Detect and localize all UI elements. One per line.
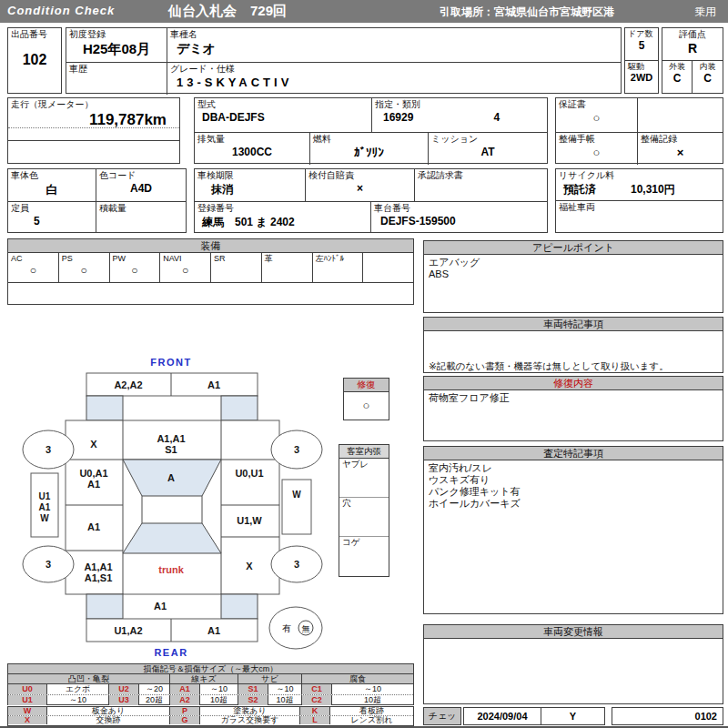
history-label: 車歴 [66,63,167,76]
documents-table: 保証書 ○ 整備手帳 ○ 整備記録 × [555,97,723,164]
insurance-cell: 検付自賠責 × [306,169,415,201]
spare-absent-label: 無 [302,624,310,633]
maintenance-book-cell: 整備手帳 ○ [556,133,638,165]
mission-label: ミッション [429,133,547,146]
cabin-item-label: コゲ [339,537,389,549]
repair-content-title: 修復内容 [424,377,723,390]
check-number: 0102 [612,708,723,724]
class-label: 指定・類別 [372,98,547,111]
cabin-interior-title: 客室内張 [339,445,389,459]
left-headlight [86,396,123,420]
equipment-item-pw: PW ○ [110,253,161,282]
maintenance-book-label: 整備手帳 [556,133,637,146]
legend-code: P [169,707,199,715]
recycle-fee: 10,310円 [631,182,675,197]
right-taillight [221,594,258,619]
grade-label: グレード・仕様 [167,63,621,76]
assessment-line: ウスキズ有り [429,474,718,486]
appeal-line: エアバッグ [429,257,718,268]
right-headlight [221,396,258,420]
auction-title: 仙台入札会 729回 [168,3,287,20]
front-right-tread: 3 [294,444,299,455]
front-bumper [86,373,258,396]
legend-group: 腐食 [301,674,413,683]
legend-code: U2 [108,684,138,694]
cabin-item-tear: ヤブレ [339,459,389,498]
equipment-label: PS [59,253,109,264]
mark-legend-table: W 板金あり P 塗装あり K 看板跡 X 交換跡 G ガラス交換要す L レン… [7,706,414,726]
rear-right-tread: 3 [294,559,299,570]
fuel-label: 燃料 [310,133,428,146]
score-box: 評価点 R 外装 C 内装 C [662,27,723,94]
chassis-number-cell: 車台番号 DEJFS-159500 [371,202,547,233]
capacity-value: 5 [8,215,96,228]
capacity-label: 定員 [8,202,96,215]
mileage-value: 119,787km [8,111,179,129]
equipment-item-ac: AC ○ [8,253,59,282]
legend-desc: レンズ割れ [329,716,413,724]
assessment-line: パンク修理キット有 [429,486,718,498]
legend-desc: ～10 [331,684,413,694]
rear-left-tread: 3 [46,559,51,570]
type-value: DBA-DEJFS [195,111,371,124]
load-label: 積載量 [96,202,186,215]
recycle-table: リサイクル料 預託済 10,310円 福祉車両 [555,168,723,233]
interior-score-label: 内装 [693,61,723,72]
type-cell: 型式 DBA-DEJFS [195,98,372,132]
color-code-cell: 色コード A4D [96,169,186,201]
condition-check-sheet: Condition Check 仙台入札会 729回 引取場所：宮城県仙台市宮城… [0,0,728,728]
model-name-label: 車種名 [167,28,621,41]
legend-desc: エクボ [46,684,108,694]
front-label: FRONT [150,357,191,368]
class-value-2: 4 [493,111,500,124]
mileage-box: 走行（現メーター） 119,787km [7,97,180,164]
legend-code: U0 [8,684,46,694]
legend-desc: ～20 [138,684,169,694]
capacity-cell: 定員 5 [8,202,96,233]
drive-label: 駆動 [625,61,658,72]
damage-legend-table: 損傷記号＆損傷サイズ（～最大cm） 凸凹・亀裂 線キズ サビ 腐食 U0 エクボ… [7,663,414,705]
welfare-label: 福祉車両 [556,201,723,214]
legend-code: A1 [169,684,199,694]
left-quarter-marks-2: A1,S1 [85,572,113,583]
body-color-label: 車体色 [8,169,96,182]
left-sill-marks-1: U1 [39,491,51,501]
equipment-label: NAVI [160,253,210,264]
displacement-cell: 排気量 1300CC [195,133,310,165]
body-color-value: 白 [8,182,96,198]
legend-desc: ～10 [199,684,238,694]
equipment-title: 装備 [8,239,413,253]
lot-number-value: 102 [8,52,61,68]
spare-present-label: 有 [282,623,291,633]
first-registration-cell: 初度登録 H25年08月 [66,28,167,62]
legend-group: 線キズ [169,674,238,683]
displacement-value: 1300CC [195,146,309,158]
inspection-label: 車検期限 [195,169,305,182]
cabin-item-label: 穴 [339,498,389,510]
score-label: 評価点 [662,28,723,41]
equipment-label [363,253,413,255]
legend-code: G [169,716,199,724]
recycle-status: 預託済 [563,182,596,197]
approval-cell: 承認請求書 [415,169,547,201]
legend-code: C1 [301,684,331,694]
exterior-score-label: 外装 [662,61,692,72]
equipment-item-navi: NAVI ○ [160,253,211,282]
mileage-label: 走行（現メーター） [8,98,179,111]
hood-marks-1: A1,A1 [157,433,185,444]
registration-number-label: 登録番号 [195,202,370,215]
legend-desc: 板金あり [46,707,169,715]
doors-cell: ドア数 5 [625,28,658,61]
equipment-item-ps: PS ○ [59,253,110,282]
first-registration-label: 初度登録 [66,28,167,41]
hood-marks-2: S1 [165,444,177,455]
lot-number-box: 出品番号 102 [7,27,62,94]
repair-flag-title: 修復 [344,379,389,392]
legend-desc: 交換跡 [46,716,169,724]
left-quarter-marks-1: A1,A1 [84,561,112,572]
rear-bumper-left-marks: U1,A2 [114,625,142,636]
equipment-value: ○ [8,264,58,277]
class-value-1: 16929 [383,111,413,124]
left-sill-marks-2: A1 [39,502,51,512]
equipment-item-lhd: 左ﾊﾝﾄﾞﾙ [313,253,364,282]
